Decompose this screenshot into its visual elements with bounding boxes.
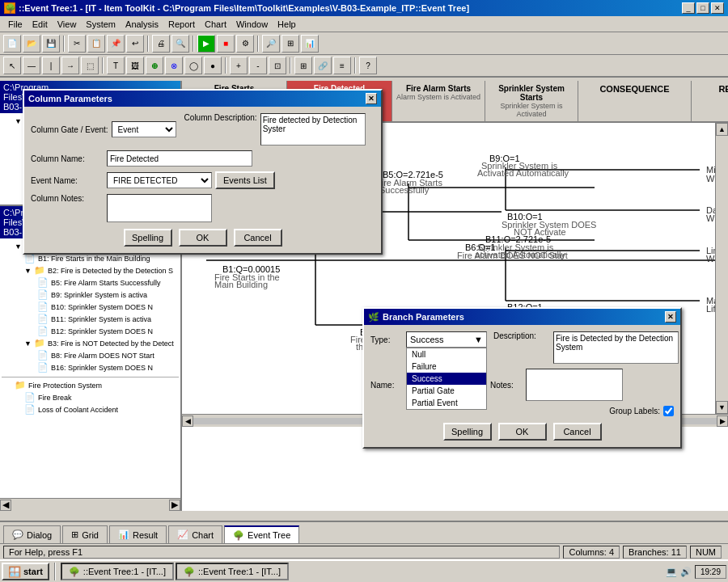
- grid-on-btn[interactable]: ⊞: [294, 57, 312, 74]
- scroll-left-btn[interactable]: ◀: [0, 500, 11, 511]
- dropdown-partial-event[interactable]: Partial Event: [407, 397, 486, 409]
- properties-btn[interactable]: 📊: [301, 35, 319, 53]
- image-btn[interactable]: 🖼: [126, 57, 144, 74]
- tree-b8[interactable]: 📄 B8: Fire Alarm DOES NOT Start: [2, 349, 179, 361]
- tree-b11[interactable]: 📄 B11: Sprinkler System is activa: [2, 313, 179, 325]
- tab-chart[interactable]: 📈 Chart: [168, 525, 222, 543]
- menu-report[interactable]: Report: [163, 18, 200, 31]
- menu-help[interactable]: Help: [273, 18, 301, 31]
- close-button[interactable]: ✕: [711, 2, 724, 14]
- group-labels-checkbox[interactable]: [663, 406, 674, 416]
- help-btn[interactable]: ?: [359, 57, 377, 74]
- run-btn[interactable]: ▶: [197, 35, 215, 53]
- tab-event-tree[interactable]: 🌳 Event Tree: [224, 525, 299, 543]
- col-gate-select[interactable]: Event: [112, 121, 176, 137]
- zoom-btn[interactable]: 🔎: [262, 35, 280, 53]
- tree-b2[interactable]: ▼ 📁 B2: Fire is Detected by the Detectio…: [2, 264, 179, 276]
- paste-btn[interactable]: 📌: [107, 35, 125, 53]
- branch-cancel-button[interactable]: Cancel: [553, 423, 602, 441]
- scroll-up-btn[interactable]: ▲: [716, 123, 728, 136]
- save-btn[interactable]: 💾: [42, 35, 60, 53]
- tree-loca[interactable]: 📄 Loss of Coolant Accident: [2, 403, 179, 415]
- tree-fire-break[interactable]: 📄 Fire Break: [2, 391, 179, 403]
- col-params-close[interactable]: ✕: [366, 93, 377, 104]
- file-icon: 📄: [37, 302, 49, 312]
- arrow-r-btn[interactable]: →: [61, 57, 79, 74]
- print-btn[interactable]: 🖨: [152, 35, 170, 53]
- gate-or-btn[interactable]: ⊗: [165, 57, 183, 74]
- col-name-label: Column Name:: [31, 154, 104, 163]
- et-scroll-left[interactable]: ◀: [182, 415, 193, 427]
- dropdown-null[interactable]: Null: [407, 348, 486, 361]
- event-name-select[interactable]: FIRE DETECTED: [107, 172, 212, 188]
- text-btn[interactable]: T: [107, 57, 125, 74]
- dropdown-partial-gate[interactable]: Partial Gate: [407, 385, 486, 397]
- col-spelling-button[interactable]: Spelling: [124, 229, 172, 247]
- tree-b3[interactable]: ▼ 📁 B3: Fire is NOT Detected by the Dete…: [2, 337, 179, 349]
- dropdown-success[interactable]: Success: [407, 373, 486, 385]
- branch-type-select-display[interactable]: Success ▼: [406, 331, 487, 348]
- col-name-input[interactable]: [107, 150, 252, 167]
- undo-btn[interactable]: ↩: [126, 35, 144, 53]
- menu-chart[interactable]: Chart: [200, 18, 231, 31]
- menu-system[interactable]: System: [81, 18, 121, 31]
- snap-btn[interactable]: 🔗: [314, 57, 332, 74]
- debug-btn[interactable]: ⚙: [236, 35, 254, 53]
- basic-event-btn[interactable]: ●: [204, 57, 222, 74]
- line-h-btn[interactable]: —: [23, 57, 40, 74]
- et-scroll-right[interactable]: ▶: [717, 415, 728, 427]
- branch-notes-textarea[interactable]: [526, 369, 623, 401]
- events-list-button[interactable]: Events List: [215, 171, 275, 189]
- align-btn[interactable]: ≡: [333, 57, 351, 74]
- scroll-right-btn[interactable]: ▶: [169, 500, 180, 511]
- zoom-out-btn[interactable]: -: [249, 57, 267, 74]
- open-btn[interactable]: 📂: [23, 35, 40, 53]
- col-cancel-button[interactable]: Cancel: [234, 229, 282, 247]
- menu-window[interactable]: Window: [231, 18, 273, 31]
- taskbar-item-1[interactable]: 🌳 ::Event Tree:1 - [IT...]: [176, 563, 289, 580]
- tab-result[interactable]: 📊 Result: [109, 525, 167, 543]
- gate-and-btn[interactable]: ⊕: [146, 57, 163, 74]
- tree-b16[interactable]: 📄 B16: Sprinkler System DOES N: [2, 361, 179, 373]
- taskbar-item-0[interactable]: 🌳 ::Event Tree:1 - [IT...]: [61, 563, 174, 580]
- page-btn[interactable]: ⊡: [269, 57, 286, 74]
- tree-b10[interactable]: 📄 B10: Sprinkler System DOES N: [2, 301, 179, 313]
- line-v-btn[interactable]: |: [42, 57, 60, 74]
- toolbar2-sep-2: [225, 57, 226, 74]
- new-btn[interactable]: 📄: [3, 35, 21, 53]
- dropdown-failure[interactable]: Failure: [407, 361, 486, 373]
- col-gate-group: Column Gate / Event: Event: [31, 113, 176, 146]
- tree-b5[interactable]: 📄 B5: Fire Alarm Starts Successfully: [2, 276, 179, 289]
- tree-b12[interactable]: 📄 B12: Sprinkler System DOES N: [2, 325, 179, 337]
- col-ok-button[interactable]: OK: [179, 229, 227, 247]
- menu-view[interactable]: View: [53, 18, 82, 31]
- maximize-button[interactable]: □: [696, 2, 709, 14]
- branch-close-btn[interactable]: ✕: [665, 311, 676, 323]
- tree-b9[interactable]: 📄 B9: Sprinkler System is activa: [2, 289, 179, 301]
- tree-fp-system[interactable]: 📁 Fire Protection System: [2, 379, 179, 391]
- tab-grid[interactable]: ⊞ Grid: [62, 525, 108, 543]
- branch-spelling-button[interactable]: Spelling: [443, 423, 492, 441]
- cut-btn[interactable]: ✂: [68, 35, 86, 53]
- copy-btn[interactable]: 📋: [87, 35, 105, 53]
- menu-file[interactable]: File: [3, 18, 28, 31]
- tab-dialog[interactable]: 💬 Dialog: [3, 525, 61, 543]
- menu-analysis[interactable]: Analysis: [121, 18, 163, 31]
- select-btn[interactable]: ⬚: [81, 57, 99, 74]
- fit-btn[interactable]: ⊞: [281, 35, 299, 53]
- stop-btn[interactable]: ■: [217, 35, 235, 53]
- minimize-button[interactable]: _: [682, 2, 695, 14]
- col-desc-textarea[interactable]: Fire detected by Detection Syster: [260, 113, 366, 146]
- arrow-btn[interactable]: ↖: [3, 57, 21, 74]
- preview-btn[interactable]: 🔍: [171, 35, 189, 53]
- start-button[interactable]: 🪟 start: [2, 563, 49, 580]
- menu-edit[interactable]: Edit: [28, 18, 53, 31]
- event-btn[interactable]: ◯: [184, 57, 202, 74]
- branch-desc-textarea[interactable]: Fire is Detected by the Detection System: [553, 331, 679, 364]
- zoom-in-btn[interactable]: +: [230, 57, 248, 74]
- branch-ok-button[interactable]: OK: [498, 423, 547, 441]
- right-scrollbar-v[interactable]: ▲ ▼: [715, 123, 728, 414]
- left-scrollbar-h[interactable]: ◀ ▶: [0, 498, 180, 511]
- col-notes-textarea[interactable]: [107, 194, 212, 222]
- scroll-down-btn[interactable]: ▼: [716, 401, 728, 414]
